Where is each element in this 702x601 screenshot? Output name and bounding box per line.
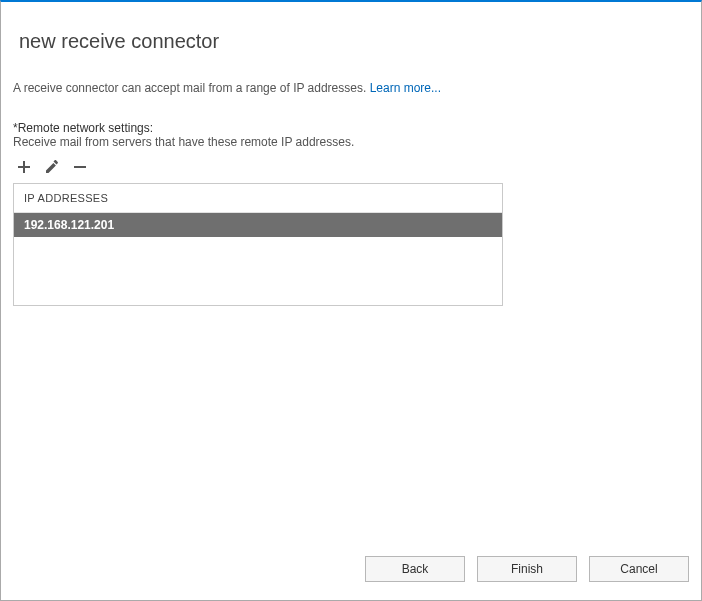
intro-text-line: A receive connector can accept mail from… [13,81,689,95]
cancel-button[interactable]: Cancel [589,556,689,582]
table-row[interactable]: 192.168.121.201 [14,213,502,237]
ip-addresses-body: 192.168.121.201 [14,213,502,305]
finish-button[interactable]: Finish [477,556,577,582]
back-button[interactable]: Back [365,556,465,582]
svg-rect-0 [74,166,86,168]
minus-icon [72,159,88,178]
edit-button[interactable] [43,159,61,177]
intro-text: A receive connector can accept mail from… [13,81,370,95]
ip-addresses-column-header: IP ADDRESSES [14,184,502,213]
add-button[interactable] [15,159,33,177]
wizard-footer: Back Finish Cancel [365,556,689,582]
remote-network-label: *Remote network settings: [13,121,689,135]
ip-addresses-grid: IP ADDRESSES 192.168.121.201 [13,183,503,306]
plus-icon [16,159,32,178]
page-title: new receive connector [19,30,689,53]
ip-toolbar [13,159,689,177]
remove-button[interactable] [71,159,89,177]
pencil-icon [44,159,60,178]
learn-more-link[interactable]: Learn more... [370,81,441,95]
remote-network-desc: Receive mail from servers that have thes… [13,135,689,149]
